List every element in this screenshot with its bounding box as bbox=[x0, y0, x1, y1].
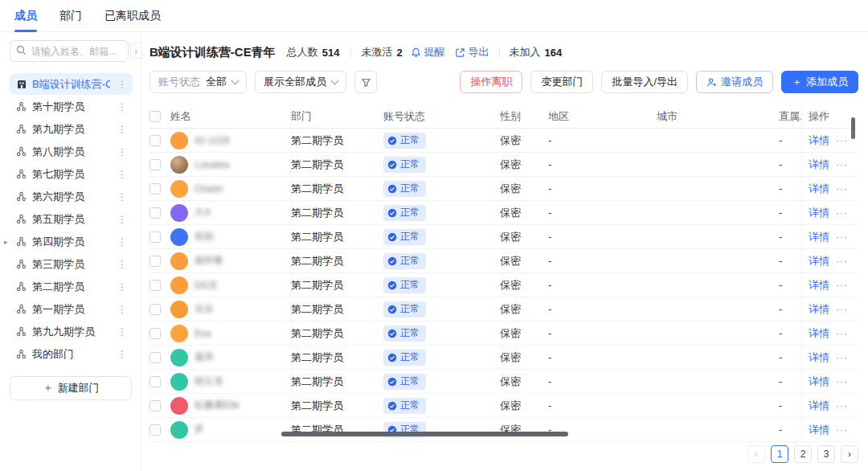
item-menu-button[interactable]: ⋮ bbox=[115, 169, 129, 180]
more-actions-button[interactable]: ··· bbox=[836, 304, 846, 315]
item-menu-button[interactable]: ⋮ bbox=[115, 101, 129, 113]
item-menu-button[interactable]: ⋮ bbox=[115, 214, 129, 225]
row-checkbox[interactable] bbox=[149, 328, 161, 339]
row-checkbox[interactable] bbox=[149, 159, 161, 170]
select-all-checkbox[interactable] bbox=[149, 111, 161, 122]
export-link[interactable]: 导出 bbox=[455, 45, 489, 59]
detail-link[interactable]: 详情 bbox=[809, 375, 829, 389]
tab-departments[interactable]: 部门 bbox=[59, 0, 82, 32]
member-region: - bbox=[548, 158, 657, 170]
item-menu-button[interactable]: ⋮ bbox=[115, 326, 129, 338]
row-checkbox[interactable] bbox=[149, 352, 161, 363]
more-actions-button[interactable]: ··· bbox=[836, 207, 846, 219]
item-menu-button[interactable]: ⋮ bbox=[115, 259, 129, 270]
detail-link[interactable]: 详情 bbox=[809, 182, 829, 196]
more-actions-button[interactable]: ··· bbox=[836, 280, 846, 291]
detail-link[interactable]: 详情 bbox=[809, 158, 829, 172]
check-circle-icon bbox=[387, 329, 397, 338]
row-checkbox[interactable] bbox=[149, 400, 161, 412]
item-menu-button[interactable]: ⋮ bbox=[115, 124, 129, 135]
detail-link[interactable]: 详情 bbox=[809, 350, 829, 365]
not-joined-label: 未加入 bbox=[510, 45, 541, 59]
item-menu-button[interactable]: ⋮ bbox=[115, 236, 129, 248]
detail-link[interactable]: 详情 bbox=[809, 230, 829, 244]
org-chart-icon bbox=[16, 236, 27, 247]
row-checkbox[interactable] bbox=[149, 376, 161, 387]
sidebar-department-item[interactable]: ▸ 第九九期学员 ⋮ bbox=[10, 321, 133, 342]
sidebar-department-item[interactable]: ▸ 第六期学员 ⋮ bbox=[10, 186, 133, 207]
item-menu-button[interactable]: ⋮ bbox=[115, 79, 129, 90]
resign-button[interactable]: 操作离职 bbox=[460, 71, 522, 93]
tab-members[interactable]: 成员 bbox=[14, 0, 37, 32]
org-chart-icon bbox=[16, 326, 27, 337]
row-checkbox[interactable] bbox=[149, 256, 161, 267]
tab-departed-members[interactable]: 已离职成员 bbox=[104, 0, 161, 32]
sidebar-department-item[interactable]: ▸ 第一期学员 ⋮ bbox=[10, 298, 133, 320]
more-actions-button[interactable]: ··· bbox=[836, 328, 846, 339]
row-checkbox[interactable] bbox=[149, 231, 161, 243]
detail-link[interactable]: 详情 bbox=[809, 254, 829, 268]
batch-import-export-button[interactable]: 批量导入/导出 bbox=[601, 71, 688, 93]
sidebar-department-item[interactable]: ▸ 我的部门 ⋮ bbox=[10, 343, 133, 365]
more-actions-button[interactable]: ··· bbox=[836, 135, 846, 146]
more-actions-button[interactable]: ··· bbox=[836, 231, 846, 243]
more-actions-button[interactable]: ··· bbox=[836, 376, 846, 387]
row-checkbox[interactable] bbox=[149, 304, 161, 315]
item-menu-button[interactable]: ⋮ bbox=[115, 304, 129, 315]
sidebar-department-item[interactable]: ▸ 第八期学员 ⋮ bbox=[10, 141, 133, 162]
expand-caret-icon[interactable]: ▸ bbox=[4, 238, 8, 246]
sidebar-department-item[interactable]: ▸ 第七期学员 ⋮ bbox=[10, 163, 133, 185]
remind-link[interactable]: 提醒 bbox=[411, 45, 445, 59]
display-scope-select[interactable]: 展示全部成员 bbox=[255, 71, 346, 93]
vertical-scrollbar[interactable] bbox=[851, 117, 855, 139]
more-actions-button[interactable]: ··· bbox=[836, 352, 846, 363]
item-menu-button[interactable]: ⋮ bbox=[115, 146, 129, 158]
change-department-button[interactable]: 变更部门 bbox=[530, 71, 593, 93]
row-checkbox[interactable] bbox=[149, 207, 161, 219]
sidebar-department-item[interactable]: ▸ 第十期学员 ⋮ bbox=[10, 96, 133, 117]
check-circle-icon bbox=[387, 184, 397, 194]
filter-button[interactable] bbox=[354, 71, 377, 93]
item-menu-button[interactable]: ⋮ bbox=[115, 349, 129, 360]
detail-link[interactable]: 详情 bbox=[809, 133, 829, 148]
sidebar-department-item[interactable]: ▸ 第三期学员 ⋮ bbox=[10, 253, 133, 275]
detail-link[interactable]: 详情 bbox=[809, 326, 829, 341]
sidebar-department-item[interactable]: ▸ 第二期学员 ⋮ bbox=[10, 276, 133, 297]
collapse-sidebar-button[interactable]: ‹ bbox=[130, 43, 142, 59]
add-member-button[interactable]: ＋ 添加成员 bbox=[781, 71, 858, 93]
more-actions-button[interactable]: ··· bbox=[836, 400, 846, 412]
detail-link[interactable]: 详情 bbox=[809, 206, 829, 220]
detail-link[interactable]: 详情 bbox=[809, 423, 829, 437]
sidebar-department-item[interactable]: ▸ 第四期学员 ⋮ bbox=[10, 231, 133, 252]
new-department-button[interactable]: ＋ 新建部门 bbox=[10, 376, 132, 400]
prev-page-button[interactable]: ‹ bbox=[747, 445, 765, 463]
page-button[interactable]: 2 bbox=[794, 445, 812, 463]
row-checkbox[interactable] bbox=[149, 424, 161, 436]
sidebar-department-item[interactable]: ▸ 第九期学员 ⋮ bbox=[10, 118, 133, 140]
more-actions-button[interactable]: ··· bbox=[836, 183, 846, 195]
item-menu-button[interactable]: ⋮ bbox=[115, 191, 129, 203]
page-button[interactable]: 1 bbox=[771, 445, 788, 463]
row-checkbox[interactable] bbox=[149, 135, 161, 146]
detail-link[interactable]: 详情 bbox=[809, 302, 829, 317]
export-label: 导出 bbox=[469, 45, 489, 59]
detail-link[interactable]: 详情 bbox=[809, 399, 829, 413]
sidebar-department-item[interactable]: ▸ 第五期学员 ⋮ bbox=[10, 208, 133, 230]
more-actions-button[interactable]: ··· bbox=[836, 256, 846, 267]
item-menu-button[interactable]: ⋮ bbox=[115, 281, 129, 293]
page-button[interactable]: 3 bbox=[817, 445, 835, 463]
next-page-button[interactable]: › bbox=[841, 445, 858, 463]
member-superior: - bbox=[779, 375, 801, 387]
sidebar-item-root-department[interactable]: B端设计训练营-CE... ⋮ bbox=[10, 73, 133, 95]
search-input[interactable] bbox=[10, 40, 129, 62]
invite-member-button[interactable]: 邀请成员 bbox=[696, 71, 773, 93]
status-badge: 正常 bbox=[383, 301, 426, 317]
account-status-select[interactable]: 账号状态 全部 bbox=[149, 71, 247, 93]
horizontal-scrollbar[interactable] bbox=[281, 432, 568, 436]
row-checkbox[interactable] bbox=[149, 280, 161, 291]
detail-link[interactable]: 详情 bbox=[809, 278, 829, 293]
row-checkbox[interactable] bbox=[149, 183, 161, 195]
member-superior: - bbox=[779, 424, 801, 436]
more-actions-button[interactable]: ··· bbox=[836, 424, 846, 436]
more-actions-button[interactable]: ··· bbox=[836, 159, 846, 170]
